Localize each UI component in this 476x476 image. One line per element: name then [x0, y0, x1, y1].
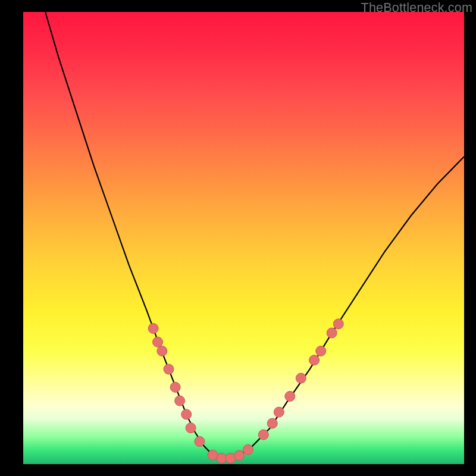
highlight-dot [333, 319, 343, 329]
highlight-dot [285, 392, 295, 402]
highlight-dots-group [148, 319, 343, 464]
highlight-dot [170, 382, 180, 392]
highlight-dot [316, 346, 326, 356]
highlight-dot [274, 407, 284, 417]
highlight-dot [181, 409, 192, 419]
highlight-dot [243, 444, 253, 455]
highlight-dot [309, 355, 320, 365]
highlight-dot [157, 346, 167, 356]
highlight-dot [153, 337, 163, 347]
chart-svg [23, 12, 464, 464]
highlight-dot [327, 328, 337, 338]
highlight-dot [267, 418, 277, 428]
highlight-dot [296, 373, 306, 383]
plot-area [23, 12, 464, 464]
highlight-dot [175, 396, 185, 406]
chart-frame: TheBottleneck.com [0, 0, 476, 476]
highlight-dot [258, 430, 268, 440]
bottleneck-curve [45, 12, 464, 459]
highlight-dot [186, 423, 196, 433]
highlight-dot [148, 324, 158, 334]
highlight-dot [195, 437, 205, 447]
highlight-dot [164, 364, 174, 374]
highlight-dot [234, 450, 245, 461]
